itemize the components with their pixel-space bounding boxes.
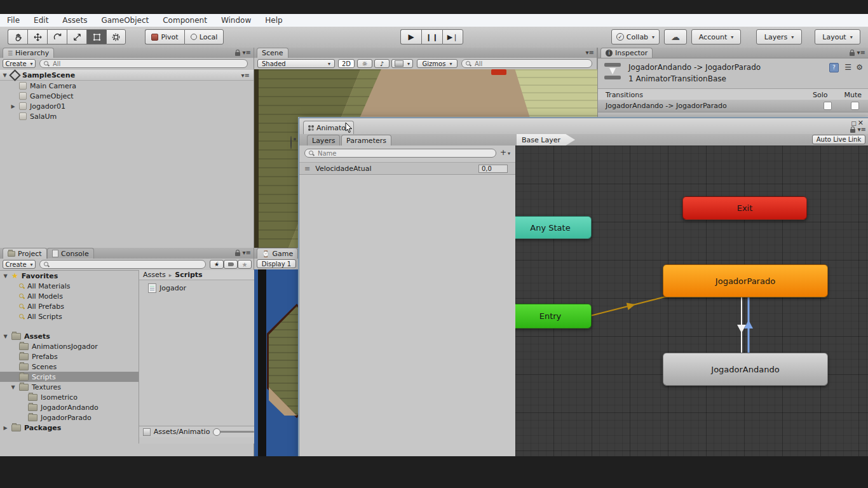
favorites-search-button[interactable]: ★: [238, 260, 252, 269]
hierarchy-item-main-camera[interactable]: Main Camera: [0, 81, 254, 91]
menu-item-window[interactable]: Window: [214, 16, 258, 25]
parameter-search[interactable]: [304, 149, 496, 158]
breadcrumb-root[interactable]: Assets: [143, 271, 166, 279]
tab-console[interactable]: Console: [47, 248, 94, 259]
gear-icon[interactable]: ⚙: [856, 63, 863, 72]
panel-menu-icon[interactable]: ▾≡: [243, 249, 251, 256]
menu-item-help[interactable]: Help: [258, 16, 289, 25]
state-node-exit[interactable]: Exit: [682, 196, 807, 220]
tab-parameters[interactable]: Parameters: [341, 135, 391, 146]
pivot-toggle-button[interactable]: Pivot: [145, 29, 184, 44]
gizmos-dropdown[interactable]: Gizmos▾: [417, 59, 458, 68]
slider-knob[interactable]: [213, 428, 220, 436]
scene-menu-icon[interactable]: ▾≡: [241, 72, 250, 79]
project-create-button[interactable]: Create▾: [3, 260, 36, 269]
auto-live-link-button[interactable]: Auto Live Link: [812, 135, 865, 144]
tree-jogadorparado[interactable]: JogadorParado: [0, 412, 139, 423]
tree-all-materials[interactable]: All Materials: [0, 281, 139, 291]
parameter-value-field[interactable]: 0,0: [478, 165, 508, 173]
hand-tool-button[interactable]: [8, 29, 27, 44]
eye-icon[interactable]: [290, 136, 292, 149]
tree-isometrico[interactable]: Isometrico: [0, 392, 139, 402]
collab-dropdown[interactable]: ✓ Collab▾: [611, 29, 660, 44]
pause-button[interactable]: ❙❙: [421, 29, 442, 44]
tab-project[interactable]: Project: [3, 248, 47, 259]
hierarchy-search-input[interactable]: [51, 60, 243, 68]
menu-item-component[interactable]: Component: [156, 16, 214, 25]
presets-icon[interactable]: ☰: [844, 63, 851, 72]
tree-all-scripts[interactable]: All Scripts: [0, 311, 139, 322]
scene-effects-dropdown[interactable]: ▾: [391, 59, 413, 68]
move-tool-button[interactable]: [27, 29, 47, 44]
search-by-type-button[interactable]: ★̇: [210, 260, 224, 269]
hierarchy-create-button[interactable]: Create▾: [3, 59, 36, 68]
2d-toggle-button[interactable]: 2D: [338, 59, 355, 68]
layers-dropdown[interactable]: Layers▾: [756, 29, 802, 44]
help-icon[interactable]: ?: [829, 63, 839, 72]
drag-handle-icon[interactable]: ≡: [304, 165, 310, 173]
search-by-label-button[interactable]: [224, 260, 238, 269]
transition-row[interactable]: JogadorAndando -> JogadorParado: [598, 100, 868, 112]
animator-titlebar[interactable]: Animator □✕ ▾≡: [299, 118, 868, 135]
hierarchy-scene-row[interactable]: ▼ SampleScene ▾≡: [0, 70, 254, 81]
tree-packages[interactable]: ▶Packages: [0, 423, 139, 433]
account-dropdown[interactable]: Account▾: [691, 29, 741, 44]
shading-mode-dropdown[interactable]: Shaded▾: [257, 59, 335, 68]
scene-search[interactable]: [461, 59, 592, 68]
hierarchy-item-salaum[interactable]: SalaUm: [0, 111, 254, 121]
menu-item-gameobject[interactable]: GameObject: [94, 16, 156, 25]
scale-tool-button[interactable]: [67, 29, 86, 44]
layer-breadcrumb[interactable]: Base Layer: [517, 134, 575, 146]
scene-audio-button[interactable]: ♪: [374, 59, 390, 68]
tab-layers[interactable]: Layers: [307, 135, 340, 146]
tree-animationsjogador[interactable]: AnimationsJogador: [0, 341, 139, 351]
project-search[interactable]: [39, 260, 206, 269]
transform-tool-button[interactable]: [106, 29, 126, 44]
panel-menu-icon[interactable]: ▾≡: [857, 49, 865, 56]
tree-jogadorandando[interactable]: JogadorAndando: [0, 402, 139, 412]
tree-assets[interactable]: ▼Assets: [0, 331, 139, 341]
panel-menu-icon[interactable]: ▾≡: [586, 49, 594, 56]
thumbnail-size-slider[interactable]: [214, 431, 254, 433]
menu-item-edit[interactable]: Edit: [27, 16, 55, 25]
state-machine-graph[interactable]: Exit Any State JogadorParado Entry Jogad…: [515, 146, 868, 456]
tree-scripts-selected[interactable]: Scripts: [0, 372, 139, 382]
hierarchy-item-gameobject[interactable]: GameObject: [0, 91, 254, 101]
panel-menu-icon[interactable]: ▾≡: [243, 49, 251, 56]
tree-prefabs[interactable]: Prefabs: [0, 351, 139, 362]
layout-dropdown[interactable]: Layout▾: [815, 29, 860, 44]
tree-all-prefabs[interactable]: All Prefabs: [0, 301, 139, 311]
step-button[interactable]: ▶❘: [442, 29, 463, 44]
hierarchy-search[interactable]: [39, 59, 248, 68]
foldout-arrow-icon[interactable]: ▶: [10, 104, 16, 109]
panel-menu-icon[interactable]: ▾≡: [858, 126, 866, 133]
display-dropdown[interactable]: Display 1: [257, 259, 296, 268]
breadcrumb-current[interactable]: Scripts: [175, 271, 202, 279]
state-node-jogadorparado[interactable]: JogadorParado: [663, 264, 828, 297]
state-node-entry[interactable]: Entry: [515, 304, 592, 329]
scene-search-input[interactable]: [473, 60, 588, 68]
cloud-button[interactable]: ☁: [664, 29, 687, 44]
state-node-any-state[interactable]: Any State: [515, 216, 592, 239]
menu-item-file[interactable]: File: [0, 16, 27, 25]
parameter-search-input[interactable]: [316, 149, 492, 158]
tab-scene[interactable]: Scene: [257, 48, 288, 58]
lock-icon[interactable]: [850, 129, 855, 133]
foldout-arrow-icon[interactable]: ▼: [10, 384, 16, 390]
mute-checkbox[interactable]: [851, 102, 859, 110]
play-button[interactable]: ▶: [400, 29, 421, 44]
foldout-arrow-icon[interactable]: ▼: [3, 334, 8, 339]
foldout-arrow-icon[interactable]: ▼: [3, 273, 8, 279]
lock-icon[interactable]: [235, 52, 240, 56]
tab-game[interactable]: ⌚ Game: [257, 248, 298, 259]
foldout-arrow-icon[interactable]: ▼: [2, 72, 8, 78]
solo-checkbox[interactable]: [824, 102, 832, 110]
state-node-jogadorandando[interactable]: JogadorAndando: [663, 353, 828, 386]
asset-item-jogador[interactable]: Jogador: [139, 283, 254, 293]
hierarchy-item-jogador01[interactable]: ▶Jogador01: [0, 101, 254, 111]
rotate-tool-button[interactable]: [47, 29, 67, 44]
foldout-arrow-icon[interactable]: ▶: [3, 425, 8, 431]
tree-scenes[interactable]: Scenes: [0, 362, 139, 372]
local-toggle-button[interactable]: Local: [184, 29, 224, 44]
add-parameter-button[interactable]: +▾: [499, 149, 512, 158]
